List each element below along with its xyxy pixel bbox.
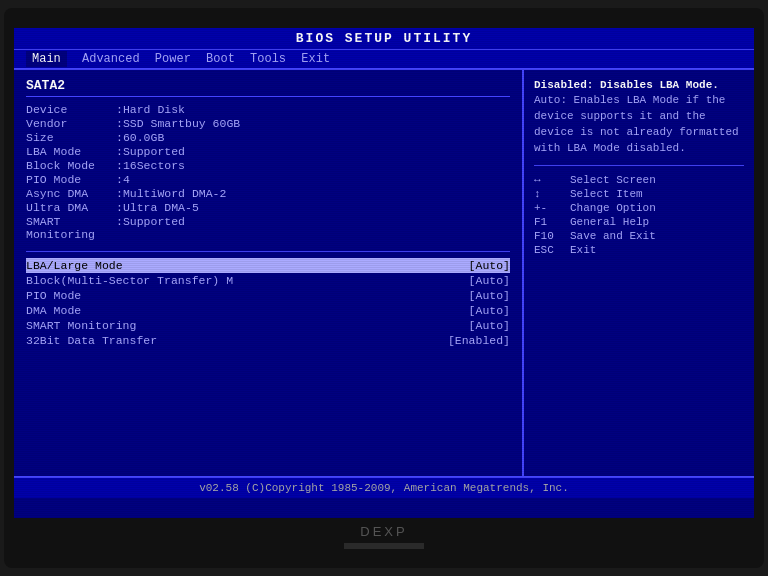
info-key-piomode: PIO Mode	[26, 173, 116, 186]
device-info-row: SMART Monitoring :Supported	[26, 215, 510, 241]
device-info-row: LBA Mode :Supported	[26, 145, 510, 158]
footer-bar: v02.58 (C)Copyright 1985-2009, American …	[14, 476, 754, 498]
key-change-option: Change Option	[570, 202, 656, 214]
key-legend-row: ↔ Select Screen	[534, 174, 744, 186]
right-panel: Disabled: Disables LBA Mode. Auto: Enabl…	[524, 70, 754, 476]
device-info-row: Block Mode :16Sectors	[26, 159, 510, 172]
info-val-piomode: :4	[116, 173, 130, 186]
device-info-row: Async DMA :MultiWord DMA-2	[26, 187, 510, 200]
nav-tab-advanced[interactable]: Advanced	[82, 52, 140, 66]
setting-val-32bit: [Enabled]	[448, 334, 510, 347]
setting-dma-mode[interactable]: DMA Mode [Auto]	[26, 303, 510, 318]
setting-val-pio: [Auto]	[469, 289, 510, 302]
help-text-content: Disabled: Disables LBA Mode.	[534, 79, 719, 91]
device-info-row: Vendor :SSD Smartbuy 60GB	[26, 117, 510, 130]
device-info-row: PIO Mode :4	[26, 173, 510, 186]
setting-key-smart: SMART Monitoring	[26, 319, 136, 332]
key-lr-arrow: ↔	[534, 174, 570, 186]
setting-key-pio: PIO Mode	[26, 289, 81, 302]
setting-val-smart: [Auto]	[469, 319, 510, 332]
info-val-blockmode: :16Sectors	[116, 159, 185, 172]
key-exit: Exit	[570, 244, 596, 256]
info-key-vendor: Vendor	[26, 117, 116, 130]
monitor-stand	[344, 543, 424, 549]
key-legend-row: +- Change Option	[534, 202, 744, 214]
setting-pio-mode[interactable]: PIO Mode [Auto]	[26, 288, 510, 303]
key-esc: ESC	[534, 244, 570, 256]
nav-tab-boot[interactable]: Boot	[206, 52, 235, 66]
help-text-detail: Auto: Enables LBA Mode if the device sup…	[534, 94, 739, 154]
device-section-title: SATA2	[26, 78, 510, 97]
setting-block-transfer[interactable]: Block(Multi-Sector Transfer) M [Auto]	[26, 273, 510, 288]
setting-key-block: Block(Multi-Sector Transfer) M	[26, 274, 233, 287]
key-general-help: General Help	[570, 216, 649, 228]
setting-val-block: [Auto]	[469, 274, 510, 287]
setting-32bit-transfer[interactable]: 32Bit Data Transfer [Enabled]	[26, 333, 510, 348]
nav-tab-exit[interactable]: Exit	[301, 52, 330, 66]
key-legend-row: F10 Save and Exit	[534, 230, 744, 242]
content-area: SATA2 Device :Hard Disk Vendor :SSD Smar…	[14, 70, 754, 476]
nav-bar[interactable]: Main Advanced Power Boot Tools Exit	[14, 50, 754, 70]
info-val-size: :60.0GB	[116, 131, 164, 144]
key-select-item: Select Item	[570, 188, 643, 200]
monitor-bezel: BIOS SETUP UTILITY Main Advanced Power B…	[4, 8, 764, 568]
title-bar: BIOS SETUP UTILITY	[14, 28, 754, 50]
setting-key-32bit: 32Bit Data Transfer	[26, 334, 157, 347]
setting-key-lba: LBA/Large Mode	[26, 259, 123, 272]
key-save-exit: Save and Exit	[570, 230, 656, 242]
left-panel: SATA2 Device :Hard Disk Vendor :SSD Smar…	[14, 70, 524, 476]
info-val-ultradma: :Ultra DMA-5	[116, 201, 199, 214]
info-key-size: Size	[26, 131, 116, 144]
info-val-device: :Hard Disk	[116, 103, 185, 116]
info-key-ultradma: Ultra DMA	[26, 201, 116, 214]
device-info-row: Size :60.0GB	[26, 131, 510, 144]
key-f1: F1	[534, 216, 570, 228]
bios-title: BIOS SETUP UTILITY	[296, 31, 472, 46]
key-legend-row: ESC Exit	[534, 244, 744, 256]
setting-val-lba: [Auto]	[469, 259, 510, 272]
monitor-brand: DEXP	[360, 524, 407, 539]
help-text: Disabled: Disables LBA Mode. Auto: Enabl…	[534, 78, 744, 167]
footer-text: v02.58 (C)Copyright 1985-2009, American …	[199, 482, 569, 494]
key-f10: F10	[534, 230, 570, 242]
setting-val-dma: [Auto]	[469, 304, 510, 317]
device-info-row: Device :Hard Disk	[26, 103, 510, 116]
key-plusminus: +-	[534, 202, 570, 214]
setting-key-dma: DMA Mode	[26, 304, 81, 317]
setting-lba-large[interactable]: LBA/Large Mode [Auto]	[26, 258, 510, 273]
key-legend-row: F1 General Help	[534, 216, 744, 228]
key-legend-row: ↕ Select Item	[534, 188, 744, 200]
info-key-asyncdma: Async DMA	[26, 187, 116, 200]
bios-screen: BIOS SETUP UTILITY Main Advanced Power B…	[14, 28, 754, 518]
key-select-screen: Select Screen	[570, 174, 656, 186]
info-key-lbamode: LBA Mode	[26, 145, 116, 158]
setting-smart-monitoring[interactable]: SMART Monitoring [Auto]	[26, 318, 510, 333]
info-key-device: Device	[26, 103, 116, 116]
device-info-row: Ultra DMA :Ultra DMA-5	[26, 201, 510, 214]
key-legend: ↔ Select Screen ↕ Select Item +- Change …	[534, 174, 744, 256]
key-ud-arrow: ↕	[534, 188, 570, 200]
monitor-bottom: DEXP	[4, 518, 764, 549]
info-key-blockmode: Block Mode	[26, 159, 116, 172]
info-val-vendor: :SSD Smartbuy 60GB	[116, 117, 240, 130]
info-val-asyncdma: :MultiWord DMA-2	[116, 187, 226, 200]
device-info-rows: Device :Hard Disk Vendor :SSD Smartbuy 6…	[26, 103, 510, 241]
info-val-lbamode: :Supported	[116, 145, 185, 158]
info-val-smart: :Supported	[116, 215, 185, 241]
nav-tab-power[interactable]: Power	[155, 52, 191, 66]
info-key-smart: SMART Monitoring	[26, 215, 116, 241]
nav-tab-main[interactable]: Main	[26, 51, 67, 67]
settings-section: LBA/Large Mode [Auto] Block(Multi-Sector…	[26, 251, 510, 348]
nav-tab-tools[interactable]: Tools	[250, 52, 286, 66]
